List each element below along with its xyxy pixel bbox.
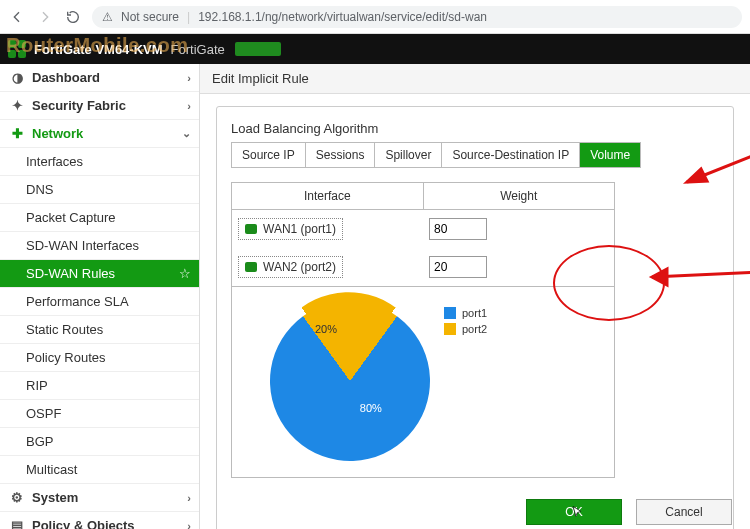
favorite-icon[interactable]: ☆	[179, 266, 191, 281]
content-pane: Edit Implicit Rule Load Balancing Algori…	[200, 64, 750, 529]
cancel-button[interactable]: Cancel	[636, 499, 732, 525]
chevron-right-icon: ›	[187, 72, 191, 84]
pie-label-port1: 80%	[360, 402, 382, 414]
chevron-right-icon: ›	[187, 520, 191, 530]
sidebar-item-interfaces[interactable]: Interfaces	[0, 148, 199, 176]
forward-icon[interactable]	[36, 8, 54, 26]
logo-icon	[8, 40, 26, 58]
sidebar-item-network[interactable]: ✚Network ⌄	[0, 120, 199, 148]
reload-icon[interactable]	[64, 8, 82, 26]
legend-swatch-port2	[444, 323, 456, 335]
sidebar-item-packet-capture[interactable]: Packet Capture	[0, 204, 199, 232]
plus-icon: ✚	[10, 127, 24, 141]
warning-icon: ⚠	[102, 10, 113, 24]
star-icon: ✦	[10, 99, 24, 113]
ok-button[interactable]: OK	[526, 499, 622, 525]
address-bar[interactable]: ⚠ Not secure | 192.168.1.1/ng/network/vi…	[92, 6, 742, 28]
annotation-arrow	[637, 257, 750, 297]
section-label: Load Balancing Algorithm	[231, 121, 719, 136]
sidebar-item-dashboard[interactable]: ◑Dashboard ›	[0, 64, 199, 92]
tab-spillover[interactable]: Spillover	[375, 143, 442, 167]
sidebar-item-bgp[interactable]: BGP	[0, 428, 199, 456]
sidebar-item-multicast[interactable]: Multicast	[0, 456, 199, 484]
gear-icon: ⚙	[10, 491, 24, 505]
gauge-icon: ◑	[10, 71, 24, 85]
sidebar-item-policy-routes[interactable]: Policy Routes	[0, 344, 199, 372]
algorithm-tabs: Source IP Sessions Spillover Source-Dest…	[231, 142, 641, 168]
interface-wan1[interactable]: WAN1 (port1)	[238, 218, 343, 240]
port-icon	[245, 262, 257, 272]
sidebar-item-dns[interactable]: DNS	[0, 176, 199, 204]
browser-bar: ⚠ Not secure | 192.168.1.1/ng/network/vi…	[0, 0, 750, 34]
weight-input-wan2[interactable]	[429, 256, 487, 278]
chevron-right-icon: ›	[187, 100, 191, 112]
interface-wan2[interactable]: WAN2 (port2)	[238, 256, 343, 278]
chevron-down-icon: ⌄	[182, 127, 191, 140]
not-secure-label: Not secure	[121, 10, 179, 24]
tab-source-ip[interactable]: Source IP	[232, 143, 306, 167]
sidebar: ◑Dashboard › ✦Security Fabric › ✚Network…	[0, 64, 200, 529]
tab-sessions[interactable]: Sessions	[306, 143, 376, 167]
sidebar-item-policy-objects[interactable]: ▤Policy & Objects ›	[0, 512, 199, 529]
sidebar-item-rip[interactable]: RIP	[0, 372, 199, 400]
weight-input-wan1[interactable]	[429, 218, 487, 240]
tab-volume[interactable]: Volume	[580, 143, 640, 167]
list-icon: ▤	[10, 519, 24, 530]
legend-swatch-port1	[444, 307, 456, 319]
chevron-right-icon: ›	[187, 492, 191, 504]
sidebar-item-sdwan-rules[interactable]: SD-WAN Rules ☆	[0, 260, 199, 288]
footer-buttons: OK Cancel	[526, 499, 732, 525]
sidebar-item-performance-sla[interactable]: Performance SLA	[0, 288, 199, 316]
port-icon	[245, 224, 257, 234]
weight-table: Interface Weight WAN1 (port1) WAN2 (port…	[231, 182, 615, 478]
page-title: Edit Implicit Rule	[200, 64, 750, 94]
svg-marker-1	[652, 269, 667, 285]
sidebar-item-static-routes[interactable]: Static Routes	[0, 316, 199, 344]
col-weight: Weight	[424, 183, 615, 210]
host-bar: FortiGate VM64-KVM FortiGate	[0, 34, 750, 64]
sidebar-item-ospf[interactable]: OSPF	[0, 400, 199, 428]
annotation-arrow	[647, 127, 750, 197]
pie-chart: 20% 80% port1 port2	[232, 286, 614, 477]
tab-src-dst-ip[interactable]: Source-Destination IP	[442, 143, 580, 167]
pie-label-port2: 20%	[315, 323, 337, 335]
svg-marker-0	[687, 169, 707, 182]
legend: port1 port2	[444, 307, 487, 461]
table-row: WAN2 (port2)	[232, 248, 614, 286]
hostname-redacted	[235, 42, 281, 56]
device-model: FortiGate VM64-KVM	[34, 42, 163, 57]
col-interface: Interface	[232, 183, 424, 210]
panel: Load Balancing Algorithm Source IP Sessi…	[216, 106, 734, 529]
sidebar-item-security-fabric[interactable]: ✦Security Fabric ›	[0, 92, 199, 120]
sidebar-item-sdwan-interfaces[interactable]: SD-WAN Interfaces	[0, 232, 199, 260]
sidebar-item-system[interactable]: ⚙System ›	[0, 484, 199, 512]
hostname: FortiGate	[171, 42, 225, 57]
table-row: WAN1 (port1)	[232, 210, 614, 248]
url-text: 192.168.1.1/ng/network/virtualwan/servic…	[198, 10, 487, 24]
back-icon[interactable]	[8, 8, 26, 26]
pie-graphic: 20% 80%	[238, 269, 461, 492]
